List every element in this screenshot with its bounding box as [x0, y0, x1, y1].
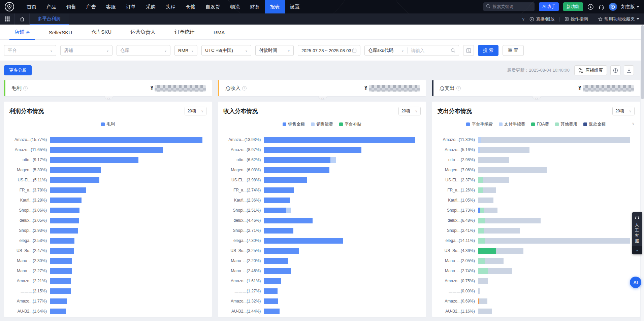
bar-segment[interactable]: [264, 157, 330, 163]
bar-segment[interactable]: [50, 147, 163, 153]
bar-segment[interactable]: [478, 248, 496, 254]
bar-segment[interactable]: [485, 218, 541, 223]
page-tab-multi-platform-profit[interactable]: 多平台利润: [30, 13, 69, 25]
export-download-icon[interactable]: [624, 65, 634, 75]
dimension-switch-button[interactable]: 店铺维度: [574, 65, 607, 75]
bar-segment[interactable]: [480, 147, 530, 153]
bar-segment[interactable]: [478, 177, 483, 183]
time-dimension-select[interactable]: 付款时间∨: [255, 45, 294, 56]
subtab[interactable]: 店铺: [5, 29, 39, 39]
legend-item[interactable]: 平台补贴: [339, 121, 361, 127]
search-input[interactable]: 搜索关键词: [483, 2, 535, 11]
bar-segment[interactable]: [50, 167, 101, 173]
top-count-select[interactable]: 20项∨: [185, 107, 207, 115]
reset-button[interactable]: 重 置: [503, 45, 524, 56]
page-scrollbar[interactable]: [641, 25, 644, 321]
bar-segment[interactable]: [50, 218, 79, 223]
bar-segment[interactable]: [264, 137, 415, 143]
bar-segment[interactable]: [478, 167, 547, 173]
favorites-link[interactable]: 常用功能收藏夹: [598, 16, 639, 22]
nav-item[interactable]: 物流: [225, 0, 245, 13]
home-icon[interactable]: [15, 13, 30, 25]
bar-segment[interactable]: [484, 208, 497, 213]
bar-segment[interactable]: [264, 228, 293, 234]
bar-segment[interactable]: [478, 268, 488, 274]
bar-segment[interactable]: [264, 198, 289, 203]
help-icon[interactable]: ?: [456, 86, 461, 91]
info-icon[interactable]: [610, 65, 620, 75]
bar-segment[interactable]: [264, 248, 299, 254]
legend-item[interactable]: FBA费: [531, 121, 549, 127]
customer-service-widget[interactable]: 人工客服 »: [632, 212, 642, 254]
headset-icon[interactable]: [598, 4, 605, 10]
tabs-collapse-chevron-icon[interactable]: ∨: [522, 17, 525, 22]
edition-menu[interactable]: 如意版: [621, 4, 640, 10]
bar-segment[interactable]: [264, 268, 291, 274]
collapse-handle[interactable]: ︿: [104, 96, 113, 100]
bar-segment[interactable]: [485, 238, 630, 244]
logo-icon[interactable]: [5, 2, 14, 11]
apps-grid-icon[interactable]: [0, 13, 15, 25]
bar-segment[interactable]: [50, 187, 86, 193]
bar-segment[interactable]: [496, 248, 523, 254]
help-icon[interactable]: ?: [242, 86, 247, 91]
bar-segment[interactable]: [50, 268, 72, 274]
nav-item[interactable]: 财务: [245, 0, 265, 13]
search-button[interactable]: 搜 索: [478, 45, 498, 56]
bar-segment[interactable]: [50, 278, 71, 284]
bar-segment[interactable]: [50, 208, 79, 213]
nav-item[interactable]: 产品: [41, 0, 61, 13]
nav-item[interactable]: 客服: [101, 0, 121, 13]
subtab[interactable]: 仓库SKU: [82, 29, 121, 39]
new-features-button[interactable]: 新功能: [563, 2, 583, 11]
collapse-handle[interactable]: ︿: [318, 96, 327, 100]
bar-segment[interactable]: [50, 177, 99, 183]
bar-segment[interactable]: [264, 238, 343, 244]
sku-input[interactable]: [408, 48, 451, 53]
bar-segment[interactable]: [483, 177, 509, 183]
nav-item[interactable]: 订单: [121, 0, 141, 13]
bar-segment[interactable]: [480, 208, 484, 213]
platform-select[interactable]: 平台∨: [4, 45, 56, 56]
expand-chevrons-icon[interactable]: »: [632, 246, 642, 254]
nav-item[interactable]: 报表: [265, 0, 285, 13]
nav-item[interactable]: 广告: [81, 0, 101, 13]
nav-item[interactable]: 设置: [285, 0, 305, 13]
bar-segment[interactable]: [478, 147, 480, 153]
bar-segment[interactable]: [478, 208, 480, 213]
bar-segment[interactable]: [264, 298, 278, 304]
bar-segment[interactable]: [264, 278, 281, 284]
subtab[interactable]: SellerSKU: [39, 30, 82, 39]
bar-segment[interactable]: [478, 218, 485, 223]
legend-overflow-chevron-icon[interactable]: ∨: [632, 121, 635, 126]
date-range-picker[interactable]: 2025-07-28 ~ 2025-08-03: [298, 45, 360, 56]
legend-item[interactable]: 销售金额: [283, 121, 305, 127]
collapse-handle[interactable]: ︿: [532, 96, 541, 100]
batch-input-icon[interactable]: [463, 45, 474, 56]
bar-segment[interactable]: [478, 258, 485, 264]
avatar[interactable]: [609, 3, 617, 11]
legend-item[interactable]: 支付手续费: [499, 121, 525, 127]
bar-segment[interactable]: [478, 309, 492, 314]
warehouse-select[interactable]: 仓库∨: [117, 45, 170, 56]
bar-segment[interactable]: [264, 177, 307, 183]
bar-segment[interactable]: [264, 187, 293, 193]
live-replay-link[interactable]: 直播/回放: [529, 16, 555, 22]
bar-segment[interactable]: [50, 258, 72, 264]
bar-segment[interactable]: [264, 167, 329, 173]
bar-segment[interactable]: [483, 187, 496, 193]
subtab[interactable]: 订单统计: [165, 29, 204, 39]
sku-type-select[interactable]: 仓库sku代码∨: [365, 45, 407, 56]
nav-item[interactable]: 首页: [22, 0, 41, 13]
bar-segment[interactable]: [484, 228, 520, 234]
legend-item[interactable]: 其他费用: [555, 121, 577, 127]
bar-segment[interactable]: [286, 208, 291, 213]
legend-item[interactable]: 毛利: [101, 121, 115, 127]
bar-segment[interactable]: [481, 137, 630, 143]
subtab[interactable]: RMA: [204, 30, 234, 39]
ai-float-button[interactable]: AI: [630, 277, 641, 288]
bar-segment[interactable]: [264, 218, 312, 223]
nav-item[interactable]: 自发货: [200, 0, 225, 13]
bar-segment[interactable]: [478, 238, 485, 244]
more-analysis-button[interactable]: 更多分析: [4, 65, 32, 75]
